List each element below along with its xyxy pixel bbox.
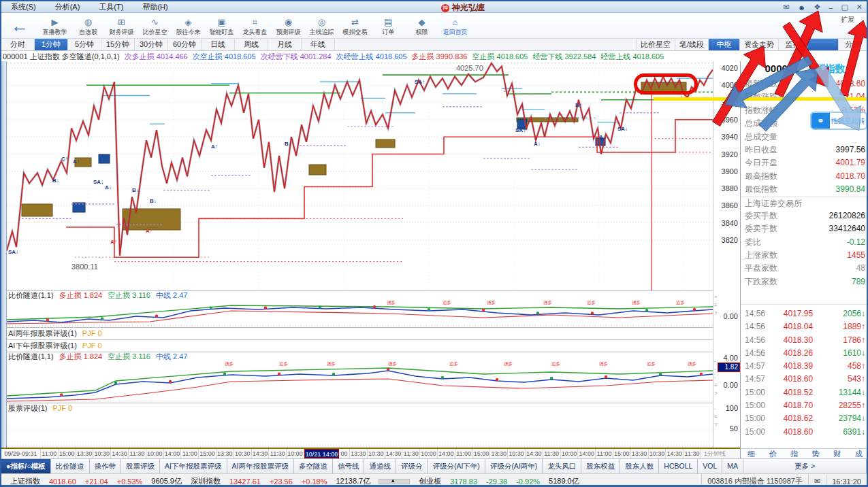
bottom-tab-股东人数[interactable]: 股东人数: [620, 459, 659, 473]
quote-row-下跌家数: 下跌家数789: [741, 275, 868, 288]
toolbar-item-模拟交易[interactable]: ⇄模拟交易: [338, 16, 372, 37]
period-tab-年线[interactable]: 年线: [302, 39, 335, 50]
bottom-tab-多空隧道[interactable]: 多空隧道: [294, 459, 333, 473]
main-price-chart[interactable]: C↑A↑B↓SA↓A↓B↓A↑A↑B↓A↑B↓SA↑↓SA↓A↓B↑A↓SA↓A…: [7, 61, 713, 290]
toolbar-item-主线追踪[interactable]: ◎主线追踪: [305, 16, 338, 37]
mini-button[interactable]: ?: [714, 422, 717, 428]
mini-button[interactable]: ≡: [714, 382, 718, 388]
bottom-tab-通道线[interactable]: 通道线: [364, 459, 396, 473]
toolbar-item-龙头看盘[interactable]: ⌗龙头看盘: [238, 16, 272, 37]
mail-icon[interactable]: ✉: [784, 3, 790, 12]
bottom-tab-龙头风口[interactable]: 龙头风口: [543, 459, 581, 473]
mini-button[interactable]: -: [714, 374, 716, 380]
mini-button[interactable]: -: [714, 358, 716, 364]
mini-button[interactable]: -: [714, 366, 716, 372]
right-tab-中枢[interactable]: 中枢: [708, 39, 739, 50]
mini-button[interactable]: -: [714, 405, 716, 412]
menu-0[interactable]: 系统(S): [1, 3, 46, 11]
period-tab-日线[interactable]: 日线: [202, 39, 235, 50]
tick-time: 14:56: [745, 347, 769, 360]
menu-2[interactable]: 工具(T): [89, 3, 133, 11]
bottom-tab-●指标/○模板[interactable]: ●指标/○模板: [1, 459, 51, 473]
menu-3[interactable]: 帮助(H): [133, 3, 177, 11]
drag-cluster-icon: ⚭: [811, 112, 830, 130]
toolbar-item-比价星空[interactable]: ∿比价星空: [138, 16, 172, 37]
theme-icon[interactable]: ❖: [814, 3, 820, 12]
mini-tab-成[interactable]: 成: [855, 449, 863, 459]
svg-text:追多: 追多: [449, 361, 458, 366]
mini-tab-势[interactable]: 势: [812, 449, 820, 459]
period-tab-5分钟[interactable]: 5分钟: [68, 39, 101, 50]
toolbar-item-返回首页[interactable]: ⌂返回首页: [438, 16, 472, 37]
subplot-bijia-tunnel-2[interactable]: 强多追多强多强多追多强多追多强多追多强多: [7, 360, 713, 403]
toolbar-item-股往今来[interactable]: ◈股往今来: [172, 16, 205, 37]
toolbar-item-预测评级[interactable]: ◉预测评级: [272, 16, 305, 37]
subplot-bijia-tunnel-1[interactable]: 强多追多强多强多追多强多追多: [7, 299, 713, 327]
status-item: 上证指数: [10, 476, 40, 486]
bottom-tab-评级分[interactable]: 评级分: [396, 459, 428, 473]
period-tab-周线[interactable]: 周线: [235, 39, 268, 50]
bottom-tab-评级分(AI两年)[interactable]: 评级分(AI两年): [485, 459, 543, 473]
mini-button[interactable]: ?: [714, 310, 717, 316]
ai-next-year-rating-row-seg-1: PJF 0: [82, 341, 102, 350]
scroll-arrow-icon: ▲: [390, 477, 396, 484]
bottom-tab-HCBOLL[interactable]: HCBOLL: [659, 459, 698, 473]
time-cell: 11:30: [129, 449, 146, 458]
status-scrollbar[interactable]: ▲: [379, 479, 410, 484]
bottom-tab-AI下年报股票评级[interactable]: AI下年报股票评级: [160, 459, 227, 473]
toolbar-icon-12: ⌂: [453, 16, 458, 28]
mini-tab-指[interactable]: 指: [790, 449, 798, 459]
user-icon[interactable]: ☻: [798, 3, 806, 12]
menu-1[interactable]: 分析(A): [46, 3, 90, 11]
mini-button[interactable]: ≡: [714, 414, 718, 420]
right-tab-监控[interactable]: 监控: [778, 39, 807, 50]
close-icon[interactable]: ✕: [856, 3, 863, 12]
bottom-tab-操作带[interactable]: 操作带: [90, 459, 122, 473]
restore-icon[interactable]: ▢: [841, 3, 848, 12]
minimize-icon[interactable]: –: [829, 3, 833, 12]
axis-tick-3900: 3900: [722, 167, 738, 175]
toolbar-item-权限[interactable]: ◆权限: [405, 16, 438, 37]
period-tab-15分钟[interactable]: 15分钟: [101, 39, 135, 50]
mini-tab-价[interactable]: 价: [769, 449, 777, 459]
mini-button[interactable]: +: [714, 294, 718, 300]
period-tab-30分钟[interactable]: 30分钟: [135, 39, 168, 50]
period-tab-分时[interactable]: 分时: [1, 39, 35, 50]
toolbar-item-直播教学[interactable]: ▶直播教学: [38, 16, 71, 37]
right-tab-分屏[interactable]: 分屏: [838, 39, 867, 50]
app-title: 神光弘缠: [452, 2, 485, 14]
back-button[interactable]: ←: [1, 16, 38, 36]
left-scroll-strip[interactable]: [1, 61, 7, 448]
toolbar-item-财务评级[interactable]: ⊞财务评级: [105, 16, 138, 37]
right-tab-hidden[interactable]: [807, 39, 838, 50]
mini-button[interactable]: ?: [714, 390, 717, 397]
period-tab-1分钟[interactable]: 1分钟: [35, 39, 68, 50]
period-tab-60分钟[interactable]: 60分钟: [168, 39, 202, 50]
mini-tab-财[interactable]: 财: [833, 449, 841, 459]
bottom-tab-VOL[interactable]: VOL: [698, 459, 722, 473]
bottom-tab-股东权益[interactable]: 股东权益: [581, 459, 620, 473]
bottom-tab-AI两年报股票评级[interactable]: AI两年报股票评级: [227, 459, 294, 473]
bottom-tab-股票评级[interactable]: 股票评级: [121, 459, 160, 473]
toolbar-item-自选股[interactable]: ◍自选股: [71, 16, 105, 37]
toolbar-item-智能盯盘[interactable]: ▣智能盯盘: [205, 16, 238, 37]
right-tab-资金走势[interactable]: 资金走势: [739, 39, 778, 50]
mail-status-icon[interactable]: ✉: [808, 474, 826, 487]
drag-overlay-button[interactable]: ⚭ 拖拽至此转: [810, 112, 867, 130]
bottom-tab-评级分(AI下年)[interactable]: 评级分(AI下年): [428, 459, 485, 473]
mini-tab-细[interactable]: 细: [748, 449, 755, 459]
bottom-tab-MA[interactable]: MA: [722, 459, 743, 473]
tick-time: 14:57: [745, 373, 769, 386]
bottom-tab-更多 >[interactable]: 更多 >: [743, 459, 867, 473]
expand-label[interactable]: 扩展: [841, 15, 854, 24]
period-tab-月线[interactable]: 月线: [268, 39, 302, 50]
bottom-tab-比价隧道[interactable]: 比价隧道: [51, 459, 90, 473]
toolbar-label-8: 主线追踪: [310, 28, 334, 37]
mini-button[interactable]: ≡: [714, 302, 718, 308]
svg-text:3800.11: 3800.11: [71, 263, 98, 271]
menu-bar: 系统(S)分析(A)工具(T)帮助(H): [1, 2, 178, 12]
right-tab-比价星空[interactable]: 比价星空: [636, 39, 675, 50]
bottom-tab-信号线[interactable]: 信号线: [333, 459, 365, 473]
toolbar-item-订单[interactable]: ▤订单: [372, 16, 405, 37]
right-tab-笔/线段[interactable]: 笔/线段: [675, 39, 708, 50]
